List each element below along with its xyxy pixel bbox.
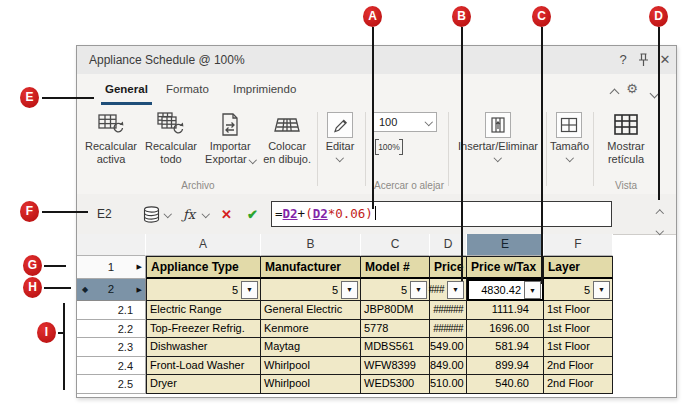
cell-price-w-tax[interactable]: 1111.94 <box>467 301 544 320</box>
cell-manufacturer[interactable]: Maytag <box>261 338 361 357</box>
tamano-button[interactable]: Tamaño <box>550 110 589 161</box>
help-button[interactable]: ? <box>616 46 630 74</box>
tab-formato[interactable]: Formato <box>166 74 209 106</box>
callout-bullet-i: I <box>37 322 56 343</box>
cell-price[interactable]: 849.00 <box>430 357 467 376</box>
col-letter-a[interactable]: A <box>146 234 261 256</box>
dropdown-button[interactable]: ▼ <box>410 281 427 299</box>
cell-price[interactable]: 549.00 <box>430 338 467 357</box>
accept-edit-button[interactable]: ✔ <box>247 194 258 234</box>
importar-exportar-button[interactable]: Importar Exportar <box>205 110 255 166</box>
control-cell-c[interactable]: 5 ▼ <box>361 279 430 301</box>
cell-manufacturer[interactable]: Whirlpool <box>261 357 361 376</box>
formula-bar-expand-down[interactable] <box>653 219 667 237</box>
column-letters-row: A B C D E F <box>77 234 613 256</box>
cell-appliance-type[interactable]: Electric Range <box>146 301 261 320</box>
control-cell-f[interactable]: 5 ▼ <box>544 279 613 301</box>
row-header[interactable]: 2.1 <box>77 301 146 320</box>
col-letter-b[interactable]: B <box>261 234 361 256</box>
col-letter-f[interactable]: F <box>544 234 613 256</box>
control-cell-d[interactable]: ### ▼ <box>430 279 467 301</box>
tab-general[interactable]: General <box>105 74 148 106</box>
fx-dropdown[interactable] <box>203 194 209 234</box>
control-cell-b[interactable]: 5 ▼ <box>261 279 361 301</box>
datasource-dropdown[interactable] <box>165 194 171 234</box>
cell-appliance-type[interactable]: Front-Load Washer <box>146 357 261 376</box>
cell-price-w-tax[interactable]: 581.94 <box>467 338 544 357</box>
header-price-w-tax[interactable]: Price w/Tax <box>467 256 544 279</box>
cell-layer[interactable]: 1st Floor <box>544 320 613 339</box>
formula-input[interactable]: =D2+(D2*0.06) <box>271 201 612 227</box>
header-appliance-type[interactable]: Appliance Type <box>146 256 261 279</box>
expand-menu-button[interactable] <box>651 83 658 101</box>
window-titlebar[interactable]: Appliance Schedule @ 100% ? ✕ <box>77 46 676 75</box>
formula-bar-expand-up[interactable] <box>653 202 667 220</box>
row-header[interactable]: 2.3 <box>77 338 146 357</box>
gear-icon[interactable]: ⚙ <box>626 82 638 95</box>
tab-imprimiendo[interactable]: Imprimiendo <box>233 74 296 106</box>
col-letter-e-selected[interactable]: E <box>467 234 544 256</box>
cell-layer[interactable]: 2nd Floor <box>544 357 613 376</box>
cell-price-overflow[interactable]: ###### <box>430 320 467 339</box>
cell-size-icon <box>556 112 582 138</box>
row-header[interactable]: 2.4 <box>77 357 146 376</box>
cell-price-w-tax[interactable]: 899.94 <box>467 357 544 376</box>
selected-cell-e2[interactable]: 4830.42 ▼ <box>467 279 544 301</box>
close-button[interactable]: ✕ <box>658 46 672 74</box>
cell-model[interactable]: MDBS561 <box>361 338 430 357</box>
cell-manufacturer[interactable]: General Electric <box>261 301 361 320</box>
corner-cell[interactable] <box>77 234 146 256</box>
button-label: Mostrar <box>607 140 644 153</box>
cell-appliance-type[interactable]: Dryer <box>146 375 261 394</box>
row-header[interactable]: 2.2 <box>77 320 146 339</box>
editar-button[interactable]: Editar <box>326 110 355 161</box>
header-layer[interactable]: Layer <box>544 256 613 279</box>
cell-layer[interactable]: 1st Floor <box>544 301 613 320</box>
control-cell-a[interactable]: 5 ▼ <box>146 279 261 301</box>
cell-model[interactable]: JBP80DM <box>361 301 430 320</box>
group-editar: Editar <box>321 106 359 194</box>
fx-button[interactable]: ƒx <box>183 194 195 234</box>
dropdown-button[interactable]: ▼ <box>341 281 358 299</box>
insertar-eliminar-button[interactable]: Insertar/Eliminar <box>458 110 538 161</box>
formula-cell-ref: D2 <box>283 206 298 221</box>
chevron-down-icon <box>336 154 344 162</box>
cell-appliance-type[interactable]: Top-Freezer Refrig. <box>146 320 261 339</box>
cell-model[interactable]: 5778 <box>361 320 430 339</box>
header-manufacturer[interactable]: Manufacturer <box>261 256 361 279</box>
row-header-1[interactable]: 1 ▶ <box>77 256 146 279</box>
collapse-ribbon-button[interactable] <box>611 83 618 101</box>
recalcular-todo-button[interactable]: Recalcular todo <box>145 110 197 166</box>
dropdown-button[interactable]: ▼ <box>447 281 464 299</box>
control-row: ◆ 2 ▶ 5 ▼ 5 ▼ 5 ▼ ### ▼ <box>77 279 613 301</box>
autofit-zoom-button[interactable]: 100% <box>375 138 403 156</box>
cell-layer[interactable]: 2nd Floor <box>544 375 613 394</box>
cell-model[interactable]: WFW8399 <box>361 357 430 376</box>
cell-price-w-tax[interactable]: 540.60 <box>467 375 544 394</box>
dropdown-button[interactable]: ▼ <box>593 281 610 299</box>
cell-price[interactable]: 510.00 <box>430 375 467 394</box>
cell-manufacturer[interactable]: Kenmore <box>261 320 361 339</box>
mostrar-reticula-button[interactable]: Mostrar retícula <box>607 110 644 166</box>
row-header-2-selected[interactable]: ◆ 2 ▶ <box>77 279 146 301</box>
dropdown-button[interactable]: ▼ <box>524 281 541 299</box>
datasource-button[interactable] <box>143 194 160 234</box>
cell-model[interactable]: WED5300 <box>361 375 430 394</box>
colocar-en-dibujo-button[interactable]: Colocar en dibujo. <box>263 110 311 166</box>
dropdown-arrow-icon: ▼ <box>415 286 422 293</box>
cell-appliance-type[interactable]: Dishwasher <box>146 338 261 357</box>
row-header[interactable]: 2.5 <box>77 375 146 394</box>
cell-layer[interactable]: 1st Floor <box>544 338 613 357</box>
recalcular-activa-button[interactable]: Recalcular activa <box>85 110 137 166</box>
table-row: 2.3 Dishwasher Maytag MDBS561 549.00 581… <box>77 338 613 357</box>
header-model[interactable]: Model # <box>361 256 430 279</box>
cell-reference: E2 <box>97 194 112 234</box>
zoom-level-combo[interactable]: 100 <box>373 112 437 132</box>
cell-price-w-tax[interactable]: 1696.00 <box>467 320 544 339</box>
cell-manufacturer[interactable]: Whirlpool <box>261 375 361 394</box>
dropdown-button[interactable]: ▼ <box>241 281 258 299</box>
cancel-edit-button[interactable]: ✕ <box>221 194 232 234</box>
cell-price-overflow[interactable]: ###### <box>430 301 467 320</box>
col-letter-c[interactable]: C <box>361 234 430 256</box>
pin-icon[interactable] <box>638 46 652 67</box>
